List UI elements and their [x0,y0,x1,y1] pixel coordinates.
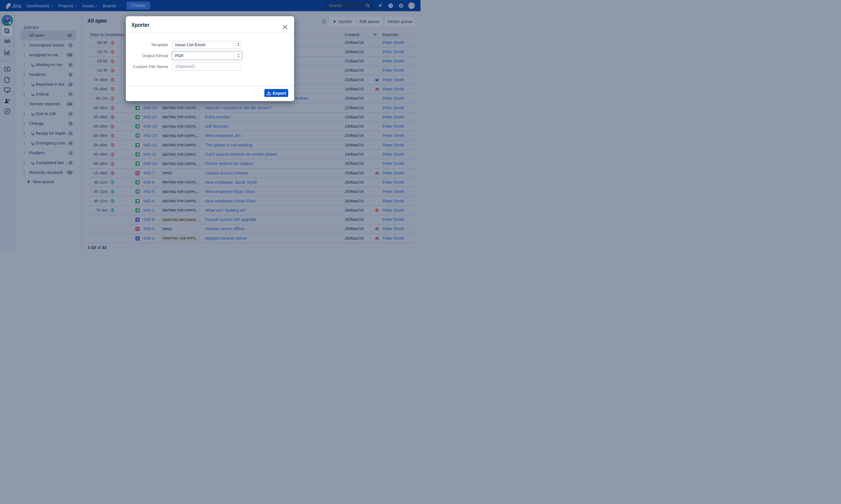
svg-text:?: ? [390,4,392,7]
